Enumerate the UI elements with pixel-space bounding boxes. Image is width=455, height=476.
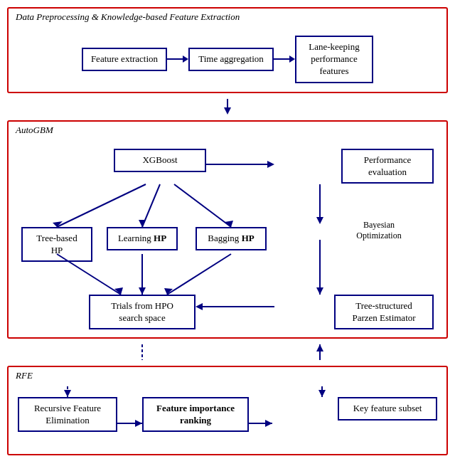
svg-marker-30 <box>265 420 272 427</box>
svg-line-14 <box>167 254 231 295</box>
section-rfe: RFE Recursive FeatureElimination Feature… <box>7 366 448 455</box>
svg-marker-17 <box>316 217 323 224</box>
svg-marker-26 <box>64 390 71 397</box>
section3-label: RFE <box>14 370 34 381</box>
rfe-arrows-svg <box>14 386 441 447</box>
autogbm-arrows-svg <box>14 149 441 330</box>
box-feature-extraction: Feature extraction <box>82 48 167 71</box>
svg-marker-21 <box>196 303 203 310</box>
box-time-aggregation: Time aggregation <box>188 48 274 71</box>
svg-line-8 <box>174 184 231 227</box>
svg-line-4 <box>57 184 146 227</box>
main-diagram: Data Preprocessing & Knowledge-based Fea… <box>7 7 448 455</box>
svg-marker-32 <box>318 390 326 397</box>
section2-label: AutoGBM <box>14 125 55 136</box>
svg-marker-5 <box>53 221 63 227</box>
arrow-time-to-lane <box>274 53 295 65</box>
svg-marker-28 <box>135 420 142 427</box>
section-data-preprocessing: Data Preprocessing & Knowledge-based Fea… <box>7 7 448 93</box>
rfe-layout: Recursive FeatureElimination Feature imp… <box>14 386 441 447</box>
section1-label: Data Preprocessing & Knowledge-based Fea… <box>14 11 241 23</box>
section1-flow: Feature extraction Time aggregation Lane… <box>14 28 441 83</box>
arrow-s2-s3-svg <box>7 344 448 360</box>
svg-marker-13 <box>139 287 146 295</box>
svg-marker-1 <box>224 107 231 115</box>
svg-marker-19 <box>316 287 323 295</box>
svg-line-10 <box>57 254 121 295</box>
section-autogbm: AutoGBM XGBoost Performanceevaluation Tr… <box>7 120 448 339</box>
svg-marker-7 <box>139 220 146 227</box>
autogbm-layout: XGBoost Performanceevaluation Tree-based… <box>14 149 441 330</box>
connector-s1-s2 <box>7 99 448 115</box>
arrow-feat-to-time <box>167 53 188 65</box>
svg-marker-24 <box>316 344 323 351</box>
svg-marker-3 <box>267 161 274 168</box>
arrow-s1-s2-svg <box>220 99 235 115</box>
connector-s2-s3 <box>7 344 448 360</box>
box-lane-keeping: Lane-keepingperformancefeatures <box>295 36 373 83</box>
